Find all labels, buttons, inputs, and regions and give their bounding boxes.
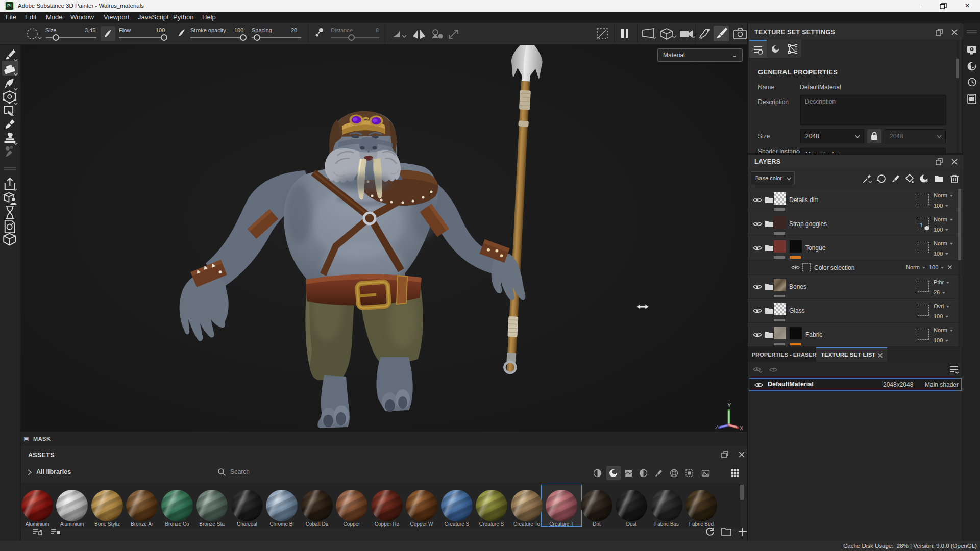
svg-text:X: X: [740, 425, 744, 430]
svg-text:Y: Y: [727, 402, 731, 408]
svg-text:1: 1: [772, 368, 775, 372]
svg-text:Z: Z: [715, 424, 719, 430]
